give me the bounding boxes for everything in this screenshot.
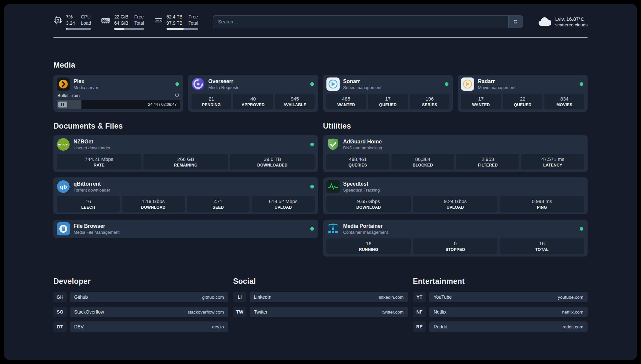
stat-label: PING <box>537 205 547 210</box>
weather-widget: Lviv, 16.87°C scattered clouds <box>537 16 588 28</box>
app-desc: Media File Management <box>74 230 119 235</box>
disk-usage-bar-fill <box>167 28 184 30</box>
stat-value: 9.65 Gbps <box>357 198 380 204</box>
hard-drive-icon <box>154 16 163 25</box>
stat-label: WANTED <box>472 103 490 107</box>
bookmark-twitter[interactable]: TW Twitter twitter.com <box>233 307 408 317</box>
status-dot <box>310 185 314 189</box>
bookmark-youtube[interactable]: YT YouTube youtube.com <box>413 292 588 302</box>
bookmark-abbr: RE <box>413 321 426 332</box>
memory-usage-bar <box>114 28 144 30</box>
service-card-portainer[interactable]: Media Portainer Container management 16 … <box>323 220 588 257</box>
stat-value: 945 <box>291 96 299 102</box>
service-card-nzbget[interactable]: nzbget NZBGet Usenet downloader 744.21 M… <box>53 135 318 172</box>
bookmark-abbr: SO <box>53 307 67 317</box>
search-input[interactable] <box>213 19 508 24</box>
stat-upload: 618.52 Mbps UPLOAD <box>252 196 315 212</box>
bookmark-url: reddit.com <box>563 324 583 329</box>
status-dot <box>310 82 314 86</box>
status-dot <box>580 82 583 86</box>
bookmark-linkedin[interactable]: LI LinkedIn linkedin.com <box>233 292 408 302</box>
bookmark-dev[interactable]: DT DEV dev.to <box>53 321 228 332</box>
sonarr-icon <box>326 77 340 91</box>
service-card-filebrowser[interactable]: File Browser Media File Management <box>53 220 318 238</box>
stat-value: 16 <box>85 198 91 204</box>
app-name: Speedtest <box>343 181 380 187</box>
status-dot <box>580 227 583 231</box>
service-card-radarr[interactable]: Radarr Movie management 17 WANTED 22 QUE… <box>458 75 588 112</box>
bookmark-url: stackoverflow.com <box>188 310 224 315</box>
bookmark-github[interactable]: GH Github github.com <box>53 292 228 302</box>
stat-value: 39.6 TB <box>264 156 281 162</box>
stat-label: LEECH <box>81 205 95 210</box>
dashboard: 7% CPU 3.24 Load 22 G <box>4 4 637 360</box>
entertainment-links: Entertainment YT YouTube youtube.com NF … <box>413 277 588 332</box>
memory-icon <box>101 16 110 25</box>
stat-value: 618.52 Mbps <box>269 198 298 204</box>
stat-wanted: 17 WANTED <box>461 94 501 109</box>
stat-value: 196 <box>425 96 434 102</box>
stat-label: BLOCKED <box>412 163 433 167</box>
stat-value: 471 <box>214 198 222 204</box>
service-card-speedtest[interactable]: Speedtest Speedtest Tracking 9.65 Gbps D… <box>323 177 588 214</box>
stat-stopped: 0 STOPPED <box>413 238 498 254</box>
stat-blocked: 86,384 BLOCKED <box>391 154 454 169</box>
stat-label: APPROVED <box>242 103 265 107</box>
service-card-plex[interactable]: Plex Media server Bullet Train ⚙ 24:44 /… <box>53 75 183 112</box>
search-engine-button[interactable]: G <box>508 16 523 28</box>
bookmark-name: LinkedIn <box>254 294 271 300</box>
cpu-label-bottom: Load <box>81 20 91 26</box>
bookmark-abbr: NF <box>413 307 426 317</box>
bookmark-name: Netflix <box>434 309 446 315</box>
stat-label: WANTED <box>337 103 355 107</box>
pause-button[interactable] <box>58 102 67 107</box>
service-card-adguard[interactable]: AdGuard Home DNS and adblocking 498,461 … <box>323 135 588 172</box>
bookmark-name: DEV <box>74 324 84 329</box>
playback-time: 24:44 / 02:06:47 <box>148 102 177 107</box>
stat-label: STOPPED <box>445 247 465 252</box>
stat-label: REMAINING <box>174 163 198 167</box>
memory-total-value: 64 GiB <box>114 20 128 26</box>
bookmark-abbr: YT <box>413 292 426 302</box>
stat-label: DOWNLOADED <box>257 163 288 167</box>
app-desc: DNS and adblocking <box>343 145 382 150</box>
bookmark-url: netflix.com <box>562 310 583 315</box>
stat-value: 834 <box>560 96 568 102</box>
bookmark-name: Reddit <box>434 324 447 329</box>
bookmark-netflix[interactable]: NF Netflix netflix.com <box>413 307 588 317</box>
search-bar[interactable]: G <box>213 15 523 28</box>
radarr-icon <box>461 77 474 91</box>
section-title-social: Social <box>233 277 408 286</box>
portainer-icon <box>326 222 340 235</box>
bookmark-url: youtube.com <box>558 295 583 300</box>
service-card-overseerr[interactable]: Overseerr Media Requests 21 PENDING 40 A… <box>188 75 318 112</box>
stat-value: 9.24 Gbps <box>444 198 467 204</box>
cpu-chip-icon <box>53 16 62 25</box>
playback-progress-bar[interactable]: 24:44 / 02:06:47 <box>57 100 180 109</box>
app-name: Media Portainer <box>343 223 388 229</box>
stat-label: QUEUED <box>379 103 397 107</box>
app-desc: Usenet downloader <box>74 145 110 150</box>
bookmark-links: Developer GH Github github.com SO StackO… <box>53 277 588 332</box>
stat-value: 0 <box>454 241 457 246</box>
stat-queued: 22 QUEUED <box>503 94 543 109</box>
bookmark-abbr: TW <box>233 307 246 317</box>
stat-leech: 16 LEECH <box>57 196 120 212</box>
service-card-qbittorrent[interactable]: qb qBittorrent Torrent downloader 16 LEE… <box>53 177 318 214</box>
stat-approved: 40 APPROVED <box>233 94 273 109</box>
app-name: Sonarr <box>343 78 382 84</box>
stat-wanted: 485 WANTED <box>326 94 366 109</box>
cloud-icon <box>537 17 551 27</box>
service-card-sonarr[interactable]: Sonarr Series management 485 WANTED 17 Q… <box>323 75 453 112</box>
bookmark-stackoverflow[interactable]: SO StackOverflow stackoverflow.com <box>53 307 228 317</box>
bookmark-reddit[interactable]: RE Reddit reddit.com <box>413 321 588 332</box>
gear-icon[interactable]: ⚙ <box>174 93 179 98</box>
stat-value: 17 <box>478 96 484 102</box>
stat-value: 47.571 ms <box>541 156 564 162</box>
stat-label: QUEUED <box>514 103 532 107</box>
stat-label: AVAILABLE <box>283 103 306 107</box>
adguard-icon <box>326 138 340 151</box>
middle-columns: Documents & Files nzbget NZBGet Usenet d… <box>53 122 588 257</box>
bookmark-abbr: DT <box>53 321 67 332</box>
plex-now-playing: Bullet Train ⚙ 24:44 / 02:06:47 <box>57 93 180 109</box>
